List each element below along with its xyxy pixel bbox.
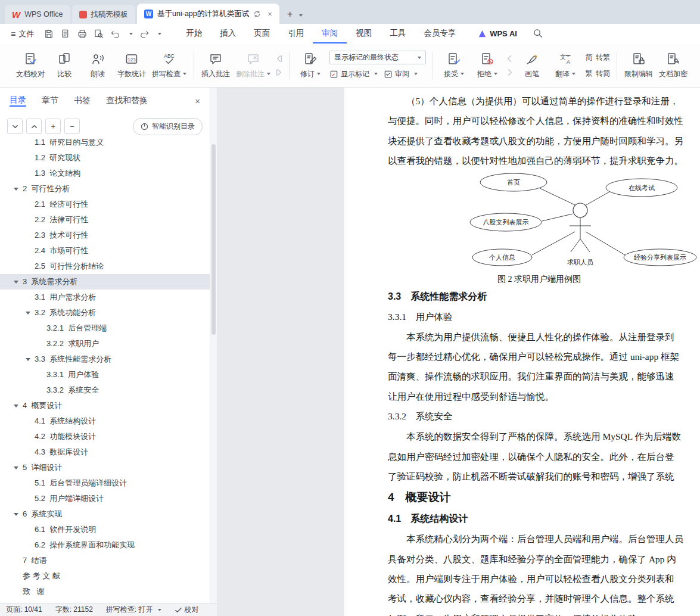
word-count-button[interactable]: 123 字数统计 bbox=[114, 49, 149, 82]
toc-item[interactable]: 7 结语 bbox=[0, 553, 210, 568]
toc-item[interactable]: 3.3.2 系统安全 bbox=[0, 382, 210, 398]
expand-arrow-icon[interactable] bbox=[26, 312, 30, 315]
menu-tab-开始[interactable]: 开始 bbox=[177, 24, 211, 43]
toc-item[interactable]: 致 谢 bbox=[0, 584, 210, 599]
expand-arrow-icon[interactable] bbox=[14, 466, 18, 469]
document-view[interactable]: （5）个人信息（为提供用）可以通过简单的操作进行登录和注册，与便捷。同时，用户可… bbox=[217, 88, 700, 616]
toc-item[interactable]: 参 考 文 献 bbox=[0, 568, 210, 584]
proofread-button[interactable]: 文档校对 bbox=[13, 49, 48, 82]
toc-item[interactable]: 4 概要设计 bbox=[0, 398, 210, 413]
toc-item[interactable]: 3.3 系统性能需求分析 bbox=[0, 351, 210, 367]
tab-list-chevron-icon[interactable] bbox=[299, 14, 303, 17]
previous-comment-icon[interactable] bbox=[275, 54, 284, 63]
menu-tab-会员专享[interactable]: 会员专享 bbox=[415, 24, 465, 43]
file-menu-button[interactable]: ≡ 文件 bbox=[6, 29, 39, 39]
previous-change-icon[interactable] bbox=[505, 54, 514, 63]
spell-check-button[interactable]: ABC 拼写检查 bbox=[149, 49, 189, 82]
show-markup-button[interactable]: 显示标记 bbox=[329, 68, 378, 80]
tab-close-icon[interactable]: × bbox=[267, 10, 272, 18]
print-preview-icon[interactable] bbox=[94, 29, 104, 39]
toc-item[interactable]: 3.2 系统功能分析 bbox=[0, 305, 210, 321]
toc-item[interactable]: 4.2 功能模块设计 bbox=[0, 429, 210, 444]
tab-docer-template[interactable]: 找稿壳模板 bbox=[72, 5, 136, 24]
toc-item[interactable]: 5 详细设计 bbox=[0, 460, 210, 475]
zoom-in-button[interactable]: ＋ bbox=[45, 119, 61, 134]
menu-tab-审阅[interactable]: 审阅 bbox=[313, 24, 347, 43]
toc-item[interactable]: 3.3.1 用户体验 bbox=[0, 367, 210, 382]
document-page[interactable]: （5）个人信息（为提供用）可以通过简单的操作进行登录和注册，与便捷。同时，用户可… bbox=[344, 88, 700, 616]
toc-item[interactable]: 1.1 研究目的与意义 bbox=[0, 139, 210, 150]
to-simplified-button[interactable]: 繁 转简 bbox=[584, 67, 610, 79]
expand-all-button[interactable] bbox=[26, 119, 42, 134]
pen-button[interactable]: 画笔 bbox=[515, 49, 549, 82]
print-icon[interactable] bbox=[77, 29, 88, 39]
encrypt-document-button[interactable]: 文档加密 bbox=[656, 49, 690, 82]
save-icon[interactable] bbox=[43, 29, 54, 39]
collapse-all-button[interactable] bbox=[7, 119, 23, 134]
read-aloud-button[interactable]: 朗读 bbox=[81, 49, 114, 82]
wps-ai-button[interactable]: WPS AI bbox=[478, 29, 517, 38]
toc-item[interactable]: 6.1 软件开发说明 bbox=[0, 522, 210, 537]
tab-wps-office[interactable]: W WPS Office bbox=[5, 5, 70, 24]
toc-item[interactable]: 3.1 用户需求分析 bbox=[0, 290, 210, 305]
tab-toc[interactable]: 目录 bbox=[10, 95, 26, 107]
toc-item[interactable]: 6 系统实现 bbox=[0, 506, 210, 522]
spell-check-indicator[interactable]: 拼写检查: 打开 bbox=[106, 605, 161, 615]
expand-arrow-icon[interactable] bbox=[14, 405, 18, 407]
undo-icon[interactable] bbox=[110, 29, 121, 39]
translate-button[interactable]: 文 A 翻译 bbox=[549, 49, 582, 82]
toc-item[interactable]: 2.4 市场可行性 bbox=[0, 243, 210, 259]
to-traditional-button[interactable]: 简 转繁 bbox=[584, 51, 610, 63]
toc-item[interactable]: 4.1 系统结构设计 bbox=[0, 413, 210, 429]
sidebar-scrollbar-thumb[interactable] bbox=[211, 144, 216, 335]
accept-button[interactable]: 接受 bbox=[437, 49, 471, 82]
track-changes-button[interactable]: 修订 bbox=[294, 49, 327, 82]
toc-item[interactable]: 2.5 可行性分析结论 bbox=[0, 259, 210, 274]
proofread-status-button[interactable]: 校对 bbox=[175, 605, 199, 615]
menu-tab-引用[interactable]: 引用 bbox=[279, 24, 313, 43]
toc-item[interactable]: 3.2.2 求职用户 bbox=[0, 336, 210, 351]
menu-tab-工具[interactable]: 工具 bbox=[381, 24, 415, 43]
markup-state-select[interactable]: 显示标记的最终状态 bbox=[329, 51, 426, 64]
reject-button[interactable]: 拒绝 bbox=[471, 49, 504, 82]
smart-recognize-toc-button[interactable]: 智能识别目录 bbox=[133, 118, 203, 135]
insert-comment-button[interactable]: 插入批注 bbox=[198, 49, 233, 82]
delete-comment-button[interactable]: 删除批注 bbox=[233, 49, 273, 82]
next-change-icon[interactable] bbox=[505, 68, 514, 77]
tab-chapters[interactable]: 章节 bbox=[42, 95, 58, 106]
toc-item[interactable]: 6.2 操作系统界面和功能实现 bbox=[0, 537, 210, 553]
tab-bookmarks[interactable]: 书签 bbox=[74, 95, 91, 106]
export-icon[interactable] bbox=[60, 29, 71, 39]
expand-arrow-icon[interactable] bbox=[14, 281, 18, 284]
toc-item[interactable]: 5.1 后台管理员端详细设计 bbox=[0, 475, 210, 491]
close-sidebar-icon[interactable]: × bbox=[195, 96, 200, 106]
toc-item[interactable]: 3 系统需求分析 bbox=[0, 274, 210, 290]
expand-arrow-icon[interactable] bbox=[26, 358, 30, 361]
menu-tab-视图[interactable]: 视图 bbox=[347, 24, 381, 43]
zoom-out-button[interactable]: − bbox=[64, 119, 80, 134]
tab-active-document[interactable]: W 基于uni-app的计算机类面试 × bbox=[137, 4, 279, 24]
clipped-ribbon-button[interactable] bbox=[690, 50, 700, 80]
toc-item[interactable]: 4.3 数据库设计 bbox=[0, 444, 210, 460]
next-comment-icon[interactable] bbox=[275, 68, 284, 77]
tab-find-replace[interactable]: 查找和替换 bbox=[106, 95, 148, 106]
page-indicator[interactable]: 页面: 10/41 bbox=[6, 605, 42, 615]
menu-tab-插入[interactable]: 插入 bbox=[211, 24, 245, 43]
search-icon[interactable] bbox=[533, 28, 543, 40]
toc-item[interactable]: 1.3 论文结构 bbox=[0, 166, 210, 181]
expand-arrow-icon[interactable] bbox=[14, 513, 18, 516]
undo-chevron-icon[interactable] bbox=[129, 33, 133, 35]
toc-item[interactable]: 2.3 技术可行性 bbox=[0, 228, 210, 243]
toc-item[interactable]: 1.2 研究现状 bbox=[0, 150, 210, 166]
word-count-indicator[interactable]: 字数: 21152 bbox=[55, 605, 93, 615]
review-button[interactable]: 审阅 bbox=[384, 68, 418, 80]
restrict-editing-button[interactable]: 限制编辑 bbox=[621, 49, 656, 82]
toc-item[interactable]: 2.1 经济可行性 bbox=[0, 197, 210, 212]
new-tab-button[interactable]: + bbox=[287, 8, 293, 20]
compare-button[interactable]: 比较 bbox=[48, 49, 81, 82]
toc-item[interactable]: 5.2 用户端详细设计 bbox=[0, 491, 210, 506]
expand-arrow-icon[interactable] bbox=[14, 188, 18, 191]
toc-item[interactable]: 2.2 法律可行性 bbox=[0, 212, 210, 228]
toc-item[interactable]: 2 可行性分析 bbox=[0, 181, 210, 197]
redo-chevron-icon[interactable] bbox=[158, 33, 161, 35]
